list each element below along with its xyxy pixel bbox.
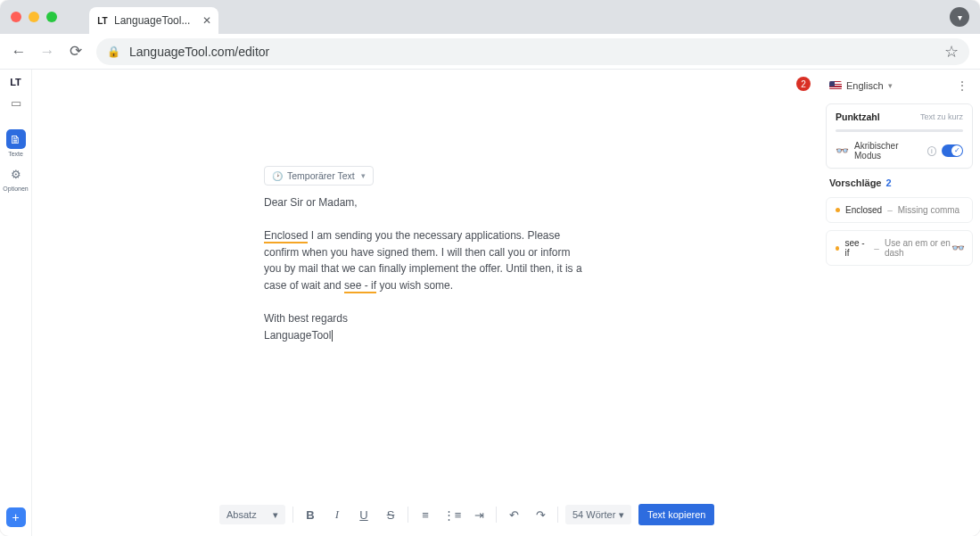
flag-us-icon: [829, 81, 842, 90]
closing-signature: LanguageTool: [264, 327, 585, 344]
new-text-button[interactable]: +: [6, 507, 26, 527]
strikethrough-button[interactable]: S: [381, 505, 400, 524]
paragraph-select[interactable]: Absatz ▾: [219, 505, 285, 524]
document-icon: 🗎: [6, 129, 26, 149]
suggestion-word: see - if: [844, 238, 869, 258]
right-sidebar: Englisch ▾ ⋮ Punktzahl Text zu kurz 👓 Ak…: [819, 70, 980, 536]
back-button[interactable]: ←: [11, 44, 27, 60]
glasses-icon: 👓: [836, 144, 849, 157]
suggestion-word: Enclosed: [845, 205, 882, 215]
left-rail: LT ▭ 🗎 Texte ⚙ Optionen +: [0, 70, 32, 536]
chevron-down-icon: ▾: [273, 509, 278, 521]
bullet-list-button[interactable]: ⋮≡: [442, 505, 462, 524]
browser-tab[interactable]: LT LanguageTool... ✕: [89, 7, 218, 34]
temp-text-chip[interactable]: 🕑 Temporärer Text ▾: [264, 166, 374, 186]
picky-mode-toggle[interactable]: ✓: [942, 144, 963, 157]
window-controls: [11, 12, 57, 22]
rail-optionen-label: Optionen: [3, 186, 28, 192]
underline-button[interactable]: U: [354, 505, 374, 524]
chevron-down-icon: ▾: [361, 171, 366, 180]
glasses-icon: 👓: [951, 242, 965, 254]
error-count-badge[interactable]: 2: [796, 77, 811, 91]
separator: [557, 507, 558, 523]
score-bar: [836, 129, 963, 132]
address-bar: ← → ⟳ 🔒 LanguageTool.com/editor ☆: [0, 34, 980, 70]
document-body[interactable]: Dear Sir or Madam, Enclosed I am sending…: [264, 194, 585, 343]
chevron-down-icon: ▾: [888, 81, 893, 90]
score-card: Punktzahl Text zu kurz 👓 Akribischer Mod…: [826, 103, 973, 169]
score-label: Punktzahl: [836, 111, 880, 122]
favicon-icon: LT: [96, 14, 109, 27]
separator: [292, 507, 293, 523]
rail-texte-label: Texte: [8, 151, 23, 157]
text-cursor: [332, 330, 333, 342]
suggestion-2[interactable]: see - if – Use an em or en dash 👓: [826, 230, 973, 266]
forward-button[interactable]: →: [39, 44, 55, 60]
redo-button[interactable]: ↷: [531, 505, 550, 524]
format-toolbar: Absatz ▾ B I U S ≡ ⋮≡ ⇥ ↶ ↷ 54 Wörter ▾: [219, 502, 714, 527]
app-content: LT ▭ 🗎 Texte ⚙ Optionen + 2 🕑 Temporärer…: [0, 70, 980, 536]
issue-see-if[interactable]: see - if: [344, 279, 376, 293]
suggestion-msg: Missing comma: [898, 205, 959, 215]
info-icon[interactable]: i: [927, 146, 936, 156]
maximize-window-button[interactable]: [46, 12, 57, 22]
titlebar: LT LanguageTool... ✕ ▾: [0, 0, 980, 34]
rail-optionen[interactable]: ⚙ Optionen: [5, 164, 27, 192]
language-label: Englisch: [846, 80, 884, 91]
mode-label: Akribischer Modus: [854, 141, 922, 161]
url-box[interactable]: 🔒 LanguageTool.com/editor ☆: [96, 38, 969, 65]
url-text: LanguageTool.com/editor: [129, 45, 269, 59]
bold-button[interactable]: B: [301, 505, 320, 524]
issue-enclosed[interactable]: Enclosed: [264, 229, 308, 243]
body-paragraph: Enclosed I am sending you the necessary …: [264, 227, 585, 293]
bookmark-star-icon[interactable]: ☆: [944, 42, 959, 62]
issue-dot-icon: [836, 208, 840, 212]
language-selector[interactable]: Englisch ▾: [829, 80, 893, 91]
rail-texte[interactable]: 🗎 Texte: [5, 129, 27, 157]
chevron-down-icon: ▾: [619, 509, 624, 521]
issue-dot-icon: [836, 246, 839, 251]
close-tab-icon[interactable]: ✕: [202, 14, 211, 27]
separator: [496, 507, 497, 523]
picky-mode-row: 👓 Akribischer Modus i ✓: [836, 141, 963, 161]
separator: [408, 507, 408, 523]
suggestion-1[interactable]: Enclosed – Missing comma: [826, 197, 973, 223]
reload-button[interactable]: ⟳: [68, 44, 84, 60]
chip-label: Temporärer Text: [287, 170, 355, 181]
clock-icon: 🕑: [272, 171, 283, 181]
sidebar-header: Englisch ▾ ⋮: [826, 75, 973, 96]
editor-area: 2 🕑 Temporärer Text ▾ Dear Sir or Madam,…: [32, 70, 819, 536]
minimize-window-button[interactable]: [29, 12, 39, 22]
indent-button[interactable]: ⇥: [469, 505, 489, 524]
italic-button[interactable]: I: [327, 505, 347, 524]
tab-title: LanguageTool...: [114, 14, 190, 27]
numbered-list-button[interactable]: ≡: [416, 505, 435, 524]
doc-preview-icon[interactable]: ▭: [11, 96, 21, 110]
score-note: Text zu kurz: [920, 112, 963, 121]
greeting-line: Dear Sir or Madam,: [264, 194, 585, 211]
lock-icon: 🔒: [107, 45, 120, 58]
gear-icon: ⚙: [6, 164, 26, 184]
suggestions-heading: Vorschläge 2: [826, 176, 973, 190]
close-window-button[interactable]: [11, 12, 21, 22]
undo-button[interactable]: ↶: [504, 505, 523, 524]
app-logo[interactable]: LT: [7, 77, 25, 89]
browser-window: LT LanguageTool... ✕ ▾ ← → ⟳ 🔒 LanguageT…: [0, 0, 980, 536]
closing-regards: With best regards: [264, 310, 585, 327]
profile-avatar[interactable]: ▾: [950, 7, 969, 27]
word-count[interactable]: 54 Wörter ▾: [565, 505, 631, 524]
more-menu-icon[interactable]: ⋮: [956, 78, 969, 93]
copy-text-button[interactable]: Text kopieren: [638, 504, 714, 525]
